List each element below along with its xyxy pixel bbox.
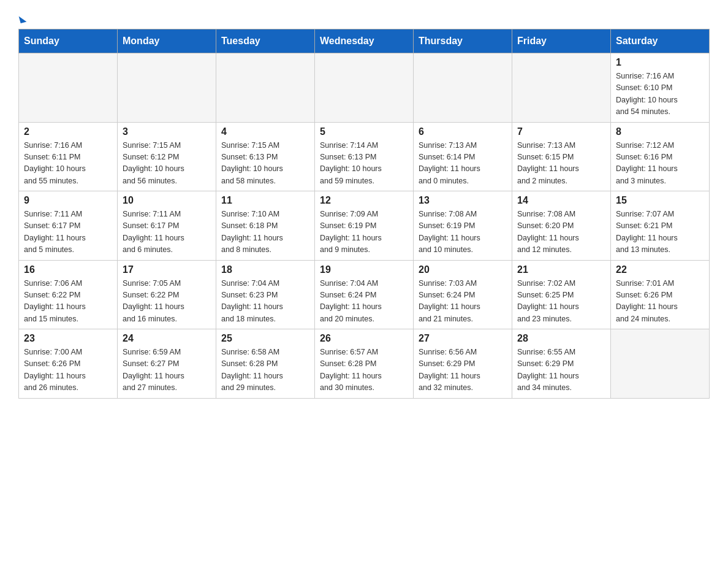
- day-sun-info: Sunrise: 7:14 AMSunset: 6:13 PMDaylight:…: [320, 140, 408, 188]
- day-sun-info: Sunrise: 7:08 AMSunset: 6:19 PMDaylight:…: [419, 209, 507, 256]
- day-number: 8: [616, 126, 704, 137]
- day-sun-info: Sunrise: 7:06 AMSunset: 6:22 PMDaylight:…: [24, 278, 112, 326]
- day-of-week-header: Monday: [118, 29, 216, 53]
- calendar-day-cell: 19Sunrise: 7:04 AMSunset: 6:24 PMDayligh…: [315, 260, 414, 329]
- calendar-day-cell: 9Sunrise: 7:11 AMSunset: 6:17 PMDaylight…: [19, 191, 118, 261]
- calendar-day-cell: [19, 53, 118, 123]
- day-number: 25: [221, 333, 309, 344]
- day-sun-info: Sunrise: 7:15 AMSunset: 6:12 PMDaylight:…: [123, 140, 211, 188]
- day-sun-info: Sunrise: 6:57 AMSunset: 6:28 PMDaylight:…: [320, 347, 408, 394]
- page-header: [18, 12, 710, 23]
- calendar-day-cell: 23Sunrise: 7:00 AMSunset: 6:26 PMDayligh…: [19, 329, 118, 399]
- calendar-week-row: 16Sunrise: 7:06 AMSunset: 6:22 PMDayligh…: [19, 260, 710, 329]
- calendar-day-cell: [611, 329, 710, 399]
- day-sun-info: Sunrise: 7:04 AMSunset: 6:23 PMDaylight:…: [221, 278, 309, 326]
- logo: [18, 12, 26, 23]
- day-sun-info: Sunrise: 7:03 AMSunset: 6:24 PMDaylight:…: [419, 278, 507, 326]
- day-sun-info: Sunrise: 7:07 AMSunset: 6:21 PMDaylight:…: [616, 209, 704, 256]
- logo-arrow-icon: [19, 15, 27, 23]
- calendar-day-cell: 26Sunrise: 6:57 AMSunset: 6:28 PMDayligh…: [315, 329, 414, 399]
- calendar-table: SundayMondayTuesdayWednesdayThursdayFrid…: [18, 29, 710, 399]
- day-number: 1: [616, 57, 704, 68]
- day-number: 22: [616, 264, 704, 275]
- day-of-week-header: Tuesday: [216, 29, 315, 53]
- day-sun-info: Sunrise: 7:01 AMSunset: 6:26 PMDaylight:…: [616, 278, 704, 326]
- calendar-day-cell: 13Sunrise: 7:08 AMSunset: 6:19 PMDayligh…: [414, 191, 512, 261]
- day-number: 21: [517, 264, 605, 275]
- calendar-day-cell: [216, 53, 315, 123]
- day-of-week-header: Friday: [512, 29, 611, 53]
- day-sun-info: Sunrise: 6:56 AMSunset: 6:29 PMDaylight:…: [419, 347, 507, 394]
- calendar-day-cell: 12Sunrise: 7:09 AMSunset: 6:19 PMDayligh…: [315, 191, 414, 261]
- calendar-day-cell: [512, 53, 611, 123]
- day-sun-info: Sunrise: 7:11 AMSunset: 6:17 PMDaylight:…: [123, 209, 211, 256]
- calendar-day-cell: 21Sunrise: 7:02 AMSunset: 6:25 PMDayligh…: [512, 260, 611, 329]
- calendar-day-cell: 3Sunrise: 7:15 AMSunset: 6:12 PMDaylight…: [118, 122, 216, 191]
- day-number: 7: [517, 126, 605, 137]
- calendar-day-cell: [118, 53, 216, 123]
- day-number: 3: [123, 126, 211, 137]
- day-sun-info: Sunrise: 6:55 AMSunset: 6:29 PMDaylight:…: [517, 347, 605, 394]
- day-of-week-header: Wednesday: [315, 29, 414, 53]
- day-number: 10: [123, 195, 211, 206]
- calendar-week-row: 2Sunrise: 7:16 AMSunset: 6:11 PMDaylight…: [19, 122, 710, 191]
- day-number: 20: [419, 264, 507, 275]
- calendar-day-cell: 24Sunrise: 6:59 AMSunset: 6:27 PMDayligh…: [118, 329, 216, 399]
- day-number: 24: [123, 333, 211, 344]
- day-number: 4: [221, 126, 309, 137]
- calendar-day-cell: 20Sunrise: 7:03 AMSunset: 6:24 PMDayligh…: [414, 260, 512, 329]
- calendar-day-cell: 25Sunrise: 6:58 AMSunset: 6:28 PMDayligh…: [216, 329, 315, 399]
- day-number: 28: [517, 333, 605, 344]
- day-sun-info: Sunrise: 7:11 AMSunset: 6:17 PMDaylight:…: [24, 209, 112, 256]
- calendar-header-row: SundayMondayTuesdayWednesdayThursdayFrid…: [19, 29, 710, 53]
- day-number: 19: [320, 264, 408, 275]
- day-number: 13: [419, 195, 507, 206]
- day-sun-info: Sunrise: 7:05 AMSunset: 6:22 PMDaylight:…: [123, 278, 211, 326]
- calendar-day-cell: [414, 53, 512, 123]
- calendar-day-cell: 15Sunrise: 7:07 AMSunset: 6:21 PMDayligh…: [611, 191, 710, 261]
- day-sun-info: Sunrise: 7:16 AMSunset: 6:10 PMDaylight:…: [616, 71, 704, 118]
- day-sun-info: Sunrise: 7:13 AMSunset: 6:15 PMDaylight:…: [517, 140, 605, 188]
- calendar-day-cell: 8Sunrise: 7:12 AMSunset: 6:16 PMDaylight…: [611, 122, 710, 191]
- day-number: 23: [24, 333, 112, 344]
- calendar-day-cell: [315, 53, 414, 123]
- calendar-week-row: 1Sunrise: 7:16 AMSunset: 6:10 PMDaylight…: [19, 53, 710, 123]
- day-sun-info: Sunrise: 7:16 AMSunset: 6:11 PMDaylight:…: [24, 140, 112, 188]
- calendar-day-cell: 2Sunrise: 7:16 AMSunset: 6:11 PMDaylight…: [19, 122, 118, 191]
- calendar-day-cell: 4Sunrise: 7:15 AMSunset: 6:13 PMDaylight…: [216, 122, 315, 191]
- calendar-week-row: 23Sunrise: 7:00 AMSunset: 6:26 PMDayligh…: [19, 329, 710, 399]
- day-sun-info: Sunrise: 7:02 AMSunset: 6:25 PMDaylight:…: [517, 278, 605, 326]
- day-sun-info: Sunrise: 7:00 AMSunset: 6:26 PMDaylight:…: [24, 347, 112, 394]
- calendar-day-cell: 10Sunrise: 7:11 AMSunset: 6:17 PMDayligh…: [118, 191, 216, 261]
- day-number: 17: [123, 264, 211, 275]
- day-sun-info: Sunrise: 7:13 AMSunset: 6:14 PMDaylight:…: [419, 140, 507, 188]
- day-number: 15: [616, 195, 704, 206]
- day-sun-info: Sunrise: 7:08 AMSunset: 6:20 PMDaylight:…: [517, 209, 605, 256]
- day-number: 12: [320, 195, 408, 206]
- calendar-week-row: 9Sunrise: 7:11 AMSunset: 6:17 PMDaylight…: [19, 191, 710, 261]
- day-number: 16: [24, 264, 112, 275]
- calendar-day-cell: 5Sunrise: 7:14 AMSunset: 6:13 PMDaylight…: [315, 122, 414, 191]
- day-sun-info: Sunrise: 7:15 AMSunset: 6:13 PMDaylight:…: [221, 140, 309, 188]
- calendar-day-cell: 28Sunrise: 6:55 AMSunset: 6:29 PMDayligh…: [512, 329, 611, 399]
- day-of-week-header: Thursday: [414, 29, 512, 53]
- calendar-day-cell: 1Sunrise: 7:16 AMSunset: 6:10 PMDaylight…: [611, 53, 710, 123]
- day-of-week-header: Saturday: [611, 29, 710, 53]
- day-sun-info: Sunrise: 7:09 AMSunset: 6:19 PMDaylight:…: [320, 209, 408, 256]
- day-number: 5: [320, 126, 408, 137]
- calendar-day-cell: 27Sunrise: 6:56 AMSunset: 6:29 PMDayligh…: [414, 329, 512, 399]
- day-number: 9: [24, 195, 112, 206]
- calendar-day-cell: 11Sunrise: 7:10 AMSunset: 6:18 PMDayligh…: [216, 191, 315, 261]
- calendar-day-cell: 6Sunrise: 7:13 AMSunset: 6:14 PMDaylight…: [414, 122, 512, 191]
- day-number: 11: [221, 195, 309, 206]
- calendar-day-cell: 18Sunrise: 7:04 AMSunset: 6:23 PMDayligh…: [216, 260, 315, 329]
- calendar-day-cell: 14Sunrise: 7:08 AMSunset: 6:20 PMDayligh…: [512, 191, 611, 261]
- day-number: 18: [221, 264, 309, 275]
- day-number: 14: [517, 195, 605, 206]
- calendar-day-cell: 17Sunrise: 7:05 AMSunset: 6:22 PMDayligh…: [118, 260, 216, 329]
- day-number: 2: [24, 126, 112, 137]
- day-sun-info: Sunrise: 7:10 AMSunset: 6:18 PMDaylight:…: [221, 209, 309, 256]
- day-sun-info: Sunrise: 6:59 AMSunset: 6:27 PMDaylight:…: [123, 347, 211, 394]
- day-sun-info: Sunrise: 7:12 AMSunset: 6:16 PMDaylight:…: [616, 140, 704, 188]
- calendar-day-cell: 16Sunrise: 7:06 AMSunset: 6:22 PMDayligh…: [19, 260, 118, 329]
